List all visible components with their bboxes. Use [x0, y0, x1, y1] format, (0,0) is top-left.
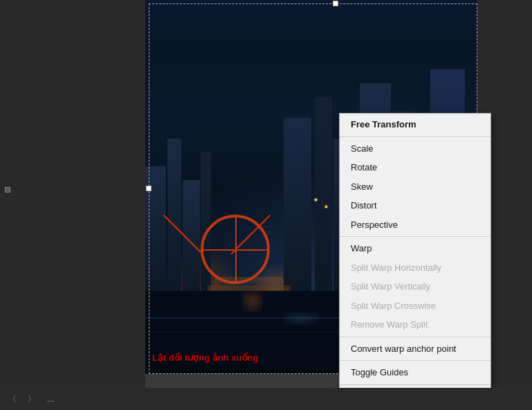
menu-item-split-warp-v: Split Warp Vertically — [340, 277, 490, 296]
nav-prev-button[interactable]: 〈 — [6, 392, 19, 407]
menu-item-skew[interactable]: Skew — [340, 177, 490, 197]
menu-item-remove-warp-split: Remove Warp Split — [340, 315, 490, 335]
context-menu: Free TransformScaleRotateSkewDistortPers… — [339, 113, 491, 388]
separator-separator-3 — [340, 337, 490, 337]
menu-item-warp[interactable]: Warp — [340, 239, 490, 258]
menu-item-toggle-guides[interactable]: Toggle Guides — [340, 363, 490, 382]
separator-separator-4 — [340, 360, 490, 361]
nav-side-button[interactable]: ... — [44, 393, 57, 405]
nav-next-button[interactable]: 〉 — [25, 392, 39, 407]
status-text: Lật đối tượng ảnh xuống — [152, 353, 258, 363]
transform-handle-left[interactable] — [146, 186, 152, 191]
separator-separator-5 — [340, 384, 490, 385]
bottom-bar: 〈 〉 ... — [0, 388, 532, 410]
menu-item-convert-warp[interactable]: Convert warp anchor point — [340, 339, 490, 359]
transform-handle-top[interactable] — [333, 1, 338, 6]
separator-separator-1 — [340, 136, 490, 137]
menu-item-rotate[interactable]: Rotate — [340, 158, 490, 177]
menu-item-distort[interactable]: Distort — [340, 196, 490, 215]
separator-separator-2 — [340, 236, 490, 237]
scroll-indicator — [5, 187, 10, 193]
menu-item-free-transform[interactable]: Free Transform — [340, 115, 490, 134]
menu-item-split-warp-c: Split Warp Crosswise — [340, 296, 490, 316]
menu-item-content-aware-scale[interactable]: Content-Aware Scale — [340, 387, 490, 389]
menu-item-perspective[interactable]: Perspective — [340, 215, 490, 235]
left-panel — [0, 0, 145, 388]
menu-item-scale[interactable]: Scale — [340, 139, 490, 159]
menu-item-split-warp-h: Split Warp Horizontally — [340, 258, 490, 278]
canvas-area: Lật đối tượng ảnh xuống Free TransformSc… — [0, 0, 532, 388]
